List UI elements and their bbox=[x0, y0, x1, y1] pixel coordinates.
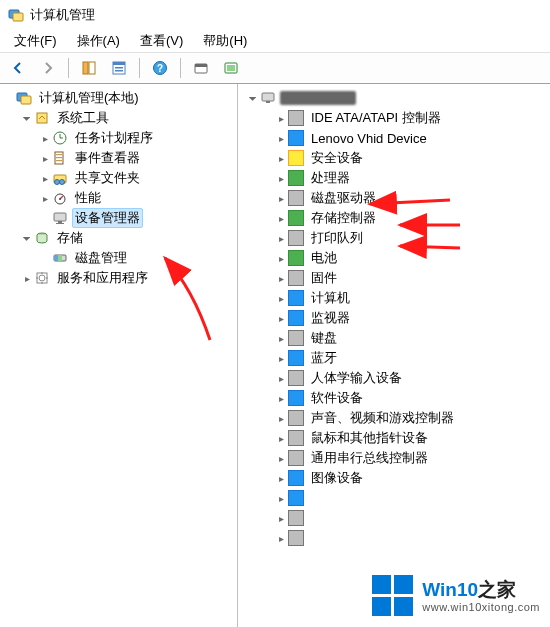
device-audio[interactable]: ▸声音、视频和游戏控制器 bbox=[274, 408, 550, 428]
properties-button[interactable] bbox=[105, 56, 133, 80]
twisty-icon[interactable]: ▸ bbox=[20, 271, 34, 285]
device-monitors[interactable]: ▸监视器 bbox=[274, 308, 550, 328]
storage-icon bbox=[34, 230, 50, 246]
device-security[interactable]: ▸安全设备 bbox=[274, 148, 550, 168]
twisty-icon[interactable]: ▸ bbox=[274, 511, 288, 525]
twisty-icon[interactable]: ▸ bbox=[38, 131, 52, 145]
twisty-icon[interactable]: ▸ bbox=[274, 151, 288, 165]
window-title: 计算机管理 bbox=[30, 6, 95, 24]
twisty-open-icon[interactable]: ⏷ bbox=[20, 231, 34, 245]
event-viewer-icon bbox=[52, 150, 68, 166]
twisty-icon[interactable]: ▸ bbox=[274, 431, 288, 445]
device-storage-controllers[interactable]: ▸存储控制器 bbox=[274, 208, 550, 228]
tree-task-scheduler[interactable]: ▸ 任务计划程序 bbox=[38, 128, 237, 148]
twisty-icon[interactable]: ▸ bbox=[274, 311, 288, 325]
twisty-icon[interactable]: ▸ bbox=[274, 471, 288, 485]
twisty-open-icon[interactable]: ⏷ bbox=[20, 111, 34, 125]
svg-rect-21 bbox=[56, 160, 62, 161]
menu-file[interactable]: 文件(F) bbox=[4, 30, 67, 52]
device-keyboards[interactable]: ▸键盘 bbox=[274, 328, 550, 348]
device-extra-3[interactable]: ▸ bbox=[274, 528, 550, 548]
svg-rect-38 bbox=[372, 575, 391, 594]
twisty-icon[interactable]: ▸ bbox=[274, 351, 288, 365]
right-device-pane[interactable]: ⏷ ▸IDE ATA/ATAPI 控制器 ▸Lenovo Vhid Device… bbox=[238, 84, 550, 627]
device-root[interactable]: ⏷ bbox=[246, 88, 550, 108]
twisty-icon[interactable]: ▸ bbox=[274, 111, 288, 125]
device-mouse[interactable]: ▸鼠标和其他指针设备 bbox=[274, 428, 550, 448]
tree-services-apps[interactable]: ▸ 服务和应用程序 bbox=[20, 268, 237, 288]
menu-help[interactable]: 帮助(H) bbox=[193, 30, 257, 52]
twisty-icon[interactable]: ▸ bbox=[274, 251, 288, 265]
device-firmware[interactable]: ▸固件 bbox=[274, 268, 550, 288]
twisty-icon[interactable]: ▸ bbox=[274, 411, 288, 425]
device-label bbox=[308, 510, 318, 527]
tree-storage[interactable]: ⏷ 存储 bbox=[20, 228, 237, 248]
tree-performance[interactable]: ▸ 性能 bbox=[38, 188, 237, 208]
show-hide-tree-button[interactable] bbox=[75, 56, 103, 80]
tree-disk-management[interactable]: ▶ 磁盘管理 bbox=[38, 248, 237, 268]
twisty-icon[interactable]: ▸ bbox=[274, 371, 288, 385]
device-software[interactable]: ▸软件设备 bbox=[274, 388, 550, 408]
svg-rect-28 bbox=[58, 221, 62, 223]
svg-point-23 bbox=[55, 180, 60, 185]
tree-system-tools[interactable]: ⏷ 系统工具 bbox=[20, 108, 237, 128]
svg-point-24 bbox=[60, 180, 65, 185]
nav-forward-button[interactable] bbox=[34, 56, 62, 80]
device-label: 监视器 bbox=[308, 308, 353, 328]
twisty-icon[interactable]: ▸ bbox=[274, 271, 288, 285]
services-apps-icon bbox=[34, 270, 50, 286]
device-label: 处理器 bbox=[308, 168, 353, 188]
device-extra-2[interactable]: ▸ bbox=[274, 508, 550, 528]
twisty-icon[interactable]: ▸ bbox=[274, 231, 288, 245]
twisty-icon[interactable]: ▸ bbox=[274, 331, 288, 345]
tree-root-computer-management[interactable]: ▶ 计算机管理(本地) bbox=[2, 88, 237, 108]
svg-rect-40 bbox=[372, 597, 391, 616]
device-label: 存储控制器 bbox=[308, 208, 379, 228]
twisty-icon[interactable]: ▸ bbox=[38, 171, 52, 185]
device-imaging[interactable]: ▸图像设备 bbox=[274, 468, 550, 488]
twisty-icon[interactable]: ▸ bbox=[274, 211, 288, 225]
device-label: 计算机 bbox=[308, 288, 353, 308]
menu-action[interactable]: 操作(A) bbox=[67, 30, 130, 52]
tree-label: 计算机管理(本地) bbox=[36, 88, 142, 108]
extra-button-1[interactable] bbox=[187, 56, 215, 80]
twisty-icon[interactable]: ▸ bbox=[274, 391, 288, 405]
twisty-icon[interactable]: ▸ bbox=[274, 491, 288, 505]
device-usb[interactable]: ▸通用串行总线控制器 bbox=[274, 448, 550, 468]
device-lenovo[interactable]: ▸Lenovo Vhid Device bbox=[274, 128, 550, 148]
help-button[interactable]: ? bbox=[146, 56, 174, 80]
twisty-icon[interactable]: ▸ bbox=[274, 131, 288, 145]
device-extra-1[interactable]: ▸ bbox=[274, 488, 550, 508]
tree-shared-folders[interactable]: ▸ 共享文件夹 bbox=[38, 168, 237, 188]
device-print-queues[interactable]: ▸打印队列 bbox=[274, 228, 550, 248]
nav-back-button[interactable] bbox=[4, 56, 32, 80]
tree-device-manager[interactable]: ▶ 设备管理器 bbox=[38, 208, 237, 228]
tree-event-viewer[interactable]: ▸ 事件查看器 bbox=[38, 148, 237, 168]
device-root-label bbox=[280, 91, 356, 105]
system-tools-icon bbox=[34, 110, 50, 126]
device-battery[interactable]: ▸电池 bbox=[274, 248, 550, 268]
svg-rect-6 bbox=[115, 67, 123, 69]
device-hid[interactable]: ▸人体学输入设备 bbox=[274, 368, 550, 388]
device-bluetooth[interactable]: ▸蓝牙 bbox=[274, 348, 550, 368]
twisty-icon[interactable]: ▸ bbox=[38, 151, 52, 165]
menu-view[interactable]: 查看(V) bbox=[130, 30, 193, 52]
device-label: IDE ATA/ATAPI 控制器 bbox=[308, 108, 444, 128]
toolbar: ? bbox=[0, 52, 550, 84]
left-tree-pane[interactable]: ▶ 计算机管理(本地) ⏷ bbox=[0, 84, 238, 627]
twisty-icon[interactable]: ▸ bbox=[274, 291, 288, 305]
device-label: 人体学输入设备 bbox=[308, 368, 405, 388]
svg-rect-13 bbox=[227, 65, 235, 71]
twisty-icon[interactable]: ▸ bbox=[274, 451, 288, 465]
extra-button-2[interactable] bbox=[217, 56, 245, 80]
twisty-icon[interactable]: ▸ bbox=[274, 531, 288, 545]
device-disk-drives[interactable]: ▸磁盘驱动器 bbox=[274, 188, 550, 208]
device-computer[interactable]: ▸计算机 bbox=[274, 288, 550, 308]
twisty-open-icon[interactable]: ⏷ bbox=[246, 91, 260, 105]
twisty-icon[interactable]: ▸ bbox=[38, 191, 52, 205]
device-ide[interactable]: ▸IDE ATA/ATAPI 控制器 bbox=[274, 108, 550, 128]
device-processor[interactable]: ▸处理器 bbox=[274, 168, 550, 188]
twisty-icon[interactable]: ▸ bbox=[274, 191, 288, 205]
twisty-icon[interactable]: ▸ bbox=[274, 171, 288, 185]
device-label: 通用串行总线控制器 bbox=[308, 448, 431, 468]
